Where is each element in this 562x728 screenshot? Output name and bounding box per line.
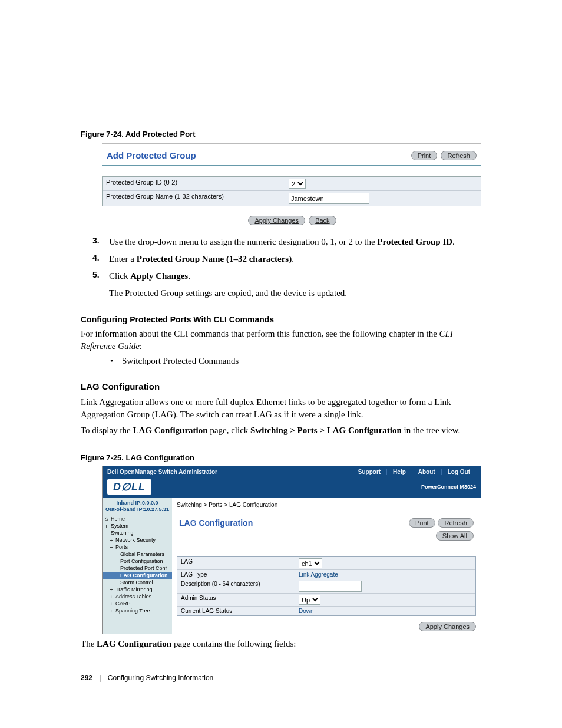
row-description: Description (0 - 64 characters) bbox=[177, 579, 475, 594]
bullet-text: Switchport Protected Commands bbox=[122, 356, 239, 366]
lag-paragraph-1: Link Aggregation allows one or more full… bbox=[81, 396, 481, 421]
text: To display the bbox=[81, 426, 133, 435]
expand-icon: + bbox=[105, 523, 111, 529]
text: in the tree view. bbox=[402, 426, 460, 435]
show-all-button[interactable]: Show All bbox=[436, 531, 474, 541]
app-title: Dell OpenManage Switch Administrator bbox=[107, 469, 217, 475]
nav-address-tables[interactable]: +Address Tables bbox=[103, 593, 172, 600]
expand-icon: + bbox=[110, 537, 115, 543]
description-input[interactable] bbox=[299, 581, 362, 592]
chapter-name: Configuring Switching Information bbox=[108, 674, 213, 682]
expand-icon: + bbox=[110, 587, 115, 592]
panel-header: Add Protected Group Print Refresh bbox=[102, 147, 481, 166]
nav-ports[interactable]: −Ports bbox=[103, 543, 172, 551]
text: . bbox=[292, 254, 294, 263]
collapse-icon: − bbox=[110, 544, 115, 550]
row-current-status: Current LAG Status Down bbox=[177, 607, 475, 615]
text-bold: Apply Changes bbox=[130, 271, 188, 281]
text-bold: Protected Group Name (1–32 characters) bbox=[137, 254, 292, 263]
label-lag: LAG bbox=[181, 558, 299, 568]
panel-title: LAG Configuration bbox=[179, 518, 253, 528]
nav-tree: Inband IP:0.0.0.0 Out-of-band IP:10.27.5… bbox=[103, 498, 172, 634]
panel: LAG Configuration Print Refresh Show All bbox=[177, 513, 476, 631]
nav-system[interactable]: +System bbox=[103, 522, 172, 529]
admin-status-select[interactable]: Up bbox=[299, 595, 320, 605]
expand-icon: + bbox=[110, 608, 115, 614]
main-area: Inband IP:0.0.0.0 Out-of-band IP:10.27.5… bbox=[103, 498, 481, 634]
text-bold: LAG Configuration bbox=[133, 426, 208, 435]
figure-7-25-caption: Figure 7-25. LAG Configuration bbox=[81, 453, 481, 462]
back-button[interactable]: Back bbox=[309, 216, 336, 225]
text-bold: LAG Configuration bbox=[97, 639, 171, 648]
lag-select[interactable]: ch1 bbox=[299, 558, 322, 568]
divider: | bbox=[94, 674, 105, 682]
label-current-status: Current LAG Status bbox=[181, 608, 299, 614]
expand-icon: + bbox=[110, 601, 115, 607]
help-link[interactable]: Help bbox=[386, 469, 412, 475]
label-group-name: Protected Group Name (1-32 characters) bbox=[106, 193, 289, 204]
value-lag-type: Link Aggregate bbox=[299, 571, 338, 578]
apply-changes-button[interactable]: Apply Changes bbox=[248, 216, 305, 225]
label-group-id: Protected Group ID (0-2) bbox=[106, 179, 289, 189]
refresh-button[interactable]: Refresh bbox=[438, 518, 474, 528]
figure-7-24-caption: Figure 7-24. Add Protected Port bbox=[81, 130, 481, 139]
label-description: Description (0 - 64 characters) bbox=[181, 581, 299, 592]
step-4: 4. Enter a Protected Group Name (1–32 ch… bbox=[92, 253, 481, 265]
nav-traffic-mirroring[interactable]: +Traffic Mirroring bbox=[103, 586, 172, 593]
breadcrumb: Switching > Ports > LAG Configuration bbox=[177, 500, 476, 513]
text-bold: Protected Group ID bbox=[377, 237, 452, 246]
row-admin-status: Admin Status Up bbox=[177, 594, 475, 607]
value-current-status: Down bbox=[299, 608, 314, 614]
text: Use the drop-down menu to assign the num… bbox=[109, 237, 377, 246]
panel-title: Add Protected Group bbox=[107, 150, 196, 160]
panel-buttons: Print Refresh Show All bbox=[408, 518, 474, 541]
about-link[interactable]: About bbox=[412, 469, 441, 475]
text: page, click bbox=[208, 426, 250, 435]
add-protected-group-screenshot: Add Protected Group Print Refresh Protec… bbox=[102, 143, 481, 225]
content-area: Switching > Ports > LAG Configuration LA… bbox=[172, 498, 481, 634]
cli-bullet: • Switchport Protected Commands bbox=[110, 356, 481, 366]
nav-global-parameters[interactable]: Global Parameters bbox=[103, 551, 172, 558]
lag-paragraph-2: To display the LAG Configuration page, c… bbox=[81, 424, 481, 437]
row-group-name: Protected Group Name (1-32 characters) bbox=[103, 191, 481, 206]
support-link[interactable]: Support bbox=[352, 469, 386, 475]
page-footer: 292 | Configuring Switching Information bbox=[81, 674, 481, 682]
step-number: 4. bbox=[92, 253, 109, 265]
print-button[interactable]: Print bbox=[409, 518, 435, 528]
text-bold: Switching > Ports > LAG Configuration bbox=[250, 426, 402, 435]
text: The bbox=[81, 639, 97, 648]
top-links: Support Help About Log Out bbox=[352, 469, 476, 475]
page-number: 292 bbox=[81, 674, 92, 682]
nav-switching[interactable]: −Switching bbox=[103, 529, 172, 536]
nav-port-configuration[interactable]: Port Configuration bbox=[103, 558, 172, 565]
page-root: Figure 7-24. Add Protected Port Add Prot… bbox=[39, 0, 523, 706]
panel-header: LAG Configuration Print Refresh Show All bbox=[177, 516, 476, 543]
text: . bbox=[188, 271, 190, 281]
expand-icon: + bbox=[110, 594, 115, 599]
row-lag: LAG ch1 bbox=[177, 557, 475, 570]
text: page contains the following fields: bbox=[171, 639, 296, 648]
inband-ip: Inband IP:0.0.0.0 bbox=[103, 500, 172, 506]
nav-lag-configuration[interactable]: LAG Configuration bbox=[103, 572, 172, 579]
text: For information about the CLI commands t… bbox=[81, 329, 439, 338]
cli-paragraph: For information about the CLI commands t… bbox=[81, 328, 481, 353]
apply-changes-button[interactable]: Apply Changes bbox=[419, 622, 476, 631]
collapse-icon: − bbox=[105, 530, 111, 536]
print-button[interactable]: Print bbox=[411, 151, 438, 160]
device-ip: Inband IP:0.0.0.0 Out-of-band IP:10.27.5… bbox=[103, 498, 172, 515]
protected-group-name-input[interactable] bbox=[289, 193, 369, 204]
nav-garp[interactable]: +GARP bbox=[103, 600, 172, 607]
nav-protected-port-conf[interactable]: Protected Port Conf bbox=[103, 565, 172, 572]
refresh-button[interactable]: Refresh bbox=[441, 151, 477, 160]
step-number: 3. bbox=[92, 236, 109, 248]
protected-group-id-select[interactable]: 2 bbox=[289, 179, 306, 189]
logout-link[interactable]: Log Out bbox=[441, 469, 476, 475]
nav-storm-control[interactable]: Storm Control bbox=[103, 579, 172, 586]
nav-spanning-tree[interactable]: +Spanning Tree bbox=[103, 607, 172, 614]
nav-home[interactable]: ⌂Home bbox=[103, 515, 172, 522]
outband-ip: Out-of-band IP:10.27.5.31 bbox=[103, 506, 172, 513]
step-5: 5. Click Apply Changes. bbox=[92, 270, 481, 282]
nav-network-security[interactable]: +Network Security bbox=[103, 536, 172, 543]
lag-configuration-screenshot: Dell OpenManage Switch Administrator Sup… bbox=[102, 466, 481, 634]
apply-row: Apply Changes bbox=[177, 622, 476, 631]
